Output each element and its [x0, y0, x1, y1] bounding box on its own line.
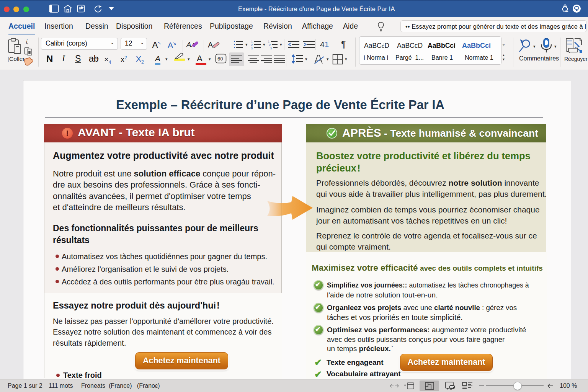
svg-text:1: 1	[251, 40, 253, 43]
svg-text:2: 2	[251, 44, 253, 46]
svg-text:3: 3	[251, 47, 253, 49]
svg-text:3: 3	[270, 47, 272, 49]
svg-text:60: 60	[217, 56, 223, 62]
svg-text:2: 2	[269, 44, 271, 46]
svg-text:1: 1	[268, 40, 270, 43]
